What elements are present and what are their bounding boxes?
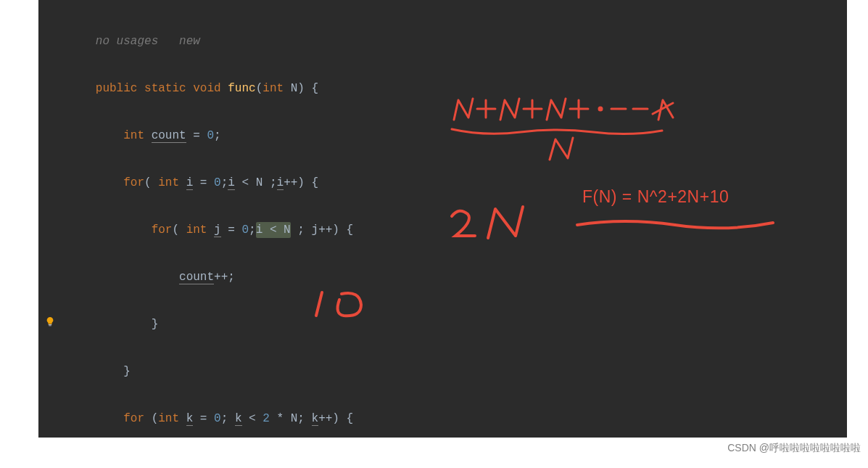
code-editor[interactable]: no usages new public static void func(in… bbox=[38, 0, 847, 438]
code-hint-line: no usages new bbox=[75, 30, 832, 54]
code-line: for( int i = 0;i < N ;i++) { bbox=[75, 171, 832, 195]
watermark: CSDN @呼啦啦啦啦啦啦啦啦 bbox=[727, 442, 861, 455]
code-content[interactable]: no usages new public static void func(in… bbox=[60, 0, 847, 438]
code-line: int count = 0; bbox=[75, 124, 832, 148]
code-line: } bbox=[75, 360, 832, 384]
svg-rect-1 bbox=[49, 325, 51, 326]
code-line: for (int k = 0; k < 2 * N; k++) { bbox=[75, 407, 832, 431]
code-line: } bbox=[75, 313, 832, 337]
editor-gutter bbox=[38, 0, 60, 438]
code-line: for( int j = 0;i < N ; j++) { bbox=[75, 218, 832, 242]
code-line: public static void func(int N) { bbox=[75, 77, 832, 101]
svg-rect-0 bbox=[49, 324, 51, 325]
lightbulb-icon[interactable] bbox=[45, 316, 55, 327]
code-line: count++; bbox=[75, 266, 832, 290]
